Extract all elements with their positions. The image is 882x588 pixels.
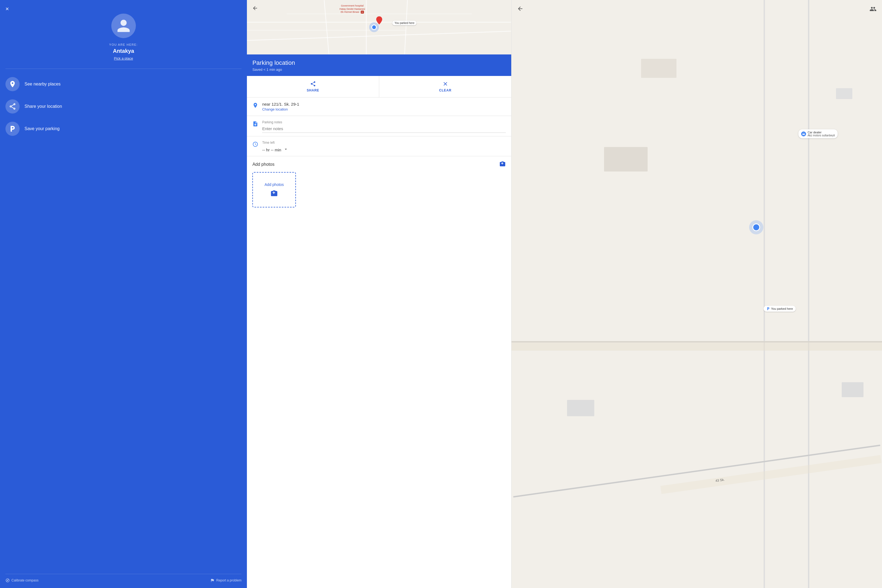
- time-select[interactable]: -- hr -- min: [262, 147, 506, 153]
- sidebar-item-nearby[interactable]: See nearby places: [6, 77, 242, 91]
- photo-placeholder[interactable]: Add photos: [252, 172, 296, 207]
- time-label: Time left: [262, 141, 506, 144]
- time-icon: [252, 141, 258, 148]
- building-3: [567, 400, 594, 416]
- chevron-down-icon: [284, 147, 288, 152]
- notes-icon: [252, 120, 258, 128]
- avatar: [111, 14, 136, 38]
- clear-button[interactable]: CLEAR: [379, 76, 511, 97]
- map-road-h3: [286, 14, 472, 14]
- nearby-label: See nearby places: [24, 82, 61, 87]
- location-icon: [9, 80, 16, 88]
- share-label: Share your location: [24, 104, 62, 109]
- map-road-2: [366, 0, 367, 54]
- car-icon: [802, 132, 805, 136]
- report-problem-link[interactable]: Report a problem: [210, 578, 242, 582]
- car-dealer-badge[interactable]: Car dealer Akz motors sultanbeyli: [798, 129, 838, 138]
- share-label: SHARE: [307, 88, 320, 92]
- compass-icon: [6, 578, 10, 582]
- blue-location-dot: [752, 224, 760, 231]
- dropdown-arrow-icon: [284, 147, 288, 153]
- hospital-label: Government hospitalHatay Devlet Hastanes…: [339, 4, 365, 14]
- parking-icon: [9, 125, 16, 133]
- location-pin-icon: [252, 102, 258, 108]
- change-location-link[interactable]: Change location: [262, 107, 506, 111]
- report-label: Report a problem: [216, 579, 242, 582]
- address-section: near 121/1. Sk. 29-1 Change location: [247, 98, 511, 116]
- parking-pin: [376, 16, 382, 26]
- map-thumbnail: Government hospitalHatay Devlet Hastanes…: [247, 0, 511, 54]
- car-dealer-text: Car dealer Akz motors sultanbeyli: [808, 130, 835, 137]
- divider: [6, 69, 242, 69]
- parking-icon-circle: [6, 122, 20, 136]
- camera-add-icon: [499, 160, 506, 167]
- right-road-v2: [808, 0, 809, 588]
- clear-icon: [442, 81, 448, 87]
- building-5: [836, 88, 852, 99]
- photos-header: Add photos: [252, 160, 506, 168]
- address-content: near 121/1. Sk. 29-1 Change location: [262, 102, 506, 111]
- sidebar-item-parking[interactable]: Save your parking: [6, 122, 242, 136]
- clear-label: CLEAR: [439, 88, 452, 92]
- map-road-3: [404, 0, 408, 54]
- location-dot: [371, 24, 377, 30]
- people-icon: [870, 6, 876, 12]
- calibrate-compass-link[interactable]: Calibrate compass: [6, 578, 38, 582]
- photos-section: Add photos Add photos: [247, 156, 511, 211]
- parking-header: Parking location Saved < 1 min ago: [247, 54, 511, 76]
- you-parked-right-text: You parked here: [771, 307, 793, 310]
- building-2: [641, 59, 676, 78]
- parking-title: Parking location: [252, 59, 506, 66]
- photos-title: Add photos: [252, 162, 274, 167]
- right-panel-map: You parked here 43 Sk. Car dealer Akz mo…: [512, 0, 882, 588]
- share-person-icon-circle: [6, 99, 20, 114]
- share-icon: [310, 81, 316, 87]
- parking-p-icon: [766, 307, 770, 310]
- clock-icon: [252, 141, 258, 147]
- nearby-icon-circle: [6, 77, 20, 91]
- close-button[interactable]: ×: [6, 6, 9, 12]
- notes-label: Parking notes: [262, 120, 506, 124]
- left-panel: × YOU ARE HERE: Antakya Pick a place See…: [0, 0, 247, 588]
- add-photos-label: Add photos: [265, 182, 284, 187]
- map-back-button[interactable]: [251, 4, 260, 12]
- share-person-icon: [9, 103, 16, 110]
- building-4: [842, 382, 864, 397]
- right-map-background: You parked here 43 Sk. Car dealer Akz mo…: [512, 0, 882, 588]
- right-road-h1-wide: [512, 341, 882, 351]
- pick-place-link[interactable]: Pick a place: [114, 56, 133, 60]
- map-road-h2: [247, 31, 511, 41]
- notes-section: Parking notes: [247, 116, 511, 136]
- flag-icon: [210, 578, 214, 582]
- people-button[interactable]: [870, 6, 876, 14]
- sidebar-item-share[interactable]: Share your location: [6, 99, 242, 114]
- map-road-1: [324, 0, 329, 54]
- middle-panel: Government hospitalHatay Devlet Hastanes…: [247, 0, 512, 588]
- building-1: [604, 147, 648, 171]
- right-back-arrow-icon: [517, 6, 524, 12]
- right-road-v1: [764, 0, 765, 588]
- back-arrow-icon: [252, 5, 258, 11]
- parking-subtitle: Saved < 1 min ago: [252, 68, 506, 72]
- map-background: Government hospitalHatay Devlet Hastanes…: [247, 0, 511, 54]
- camera-placeholder-icon: [270, 189, 278, 197]
- right-map-back-button[interactable]: [517, 6, 524, 13]
- notes-content: Parking notes: [262, 120, 506, 133]
- calibrate-label: Calibrate compass: [11, 579, 38, 582]
- person-icon: [116, 18, 131, 33]
- map-road-h4: [247, 30, 406, 30]
- time-value: -- hr -- min: [262, 147, 281, 152]
- parking-label: Save your parking: [24, 126, 60, 131]
- note-add-icon: [252, 121, 258, 127]
- action-row: SHARE CLEAR: [247, 76, 511, 98]
- notes-input[interactable]: [262, 126, 506, 133]
- camera-add-button[interactable]: [499, 160, 506, 168]
- you-parked-label-map: You parked here: [392, 21, 417, 26]
- share-button[interactable]: SHARE: [247, 76, 379, 97]
- parking-pin-icon: [376, 16, 382, 24]
- time-section: Time left -- hr -- min: [247, 136, 511, 156]
- address-icon: [252, 102, 258, 110]
- address-text: near 121/1. Sk. 29-1: [262, 102, 506, 106]
- you-are-here-label: YOU ARE HERE:: [109, 43, 138, 46]
- time-content: Time left -- hr -- min: [262, 141, 506, 153]
